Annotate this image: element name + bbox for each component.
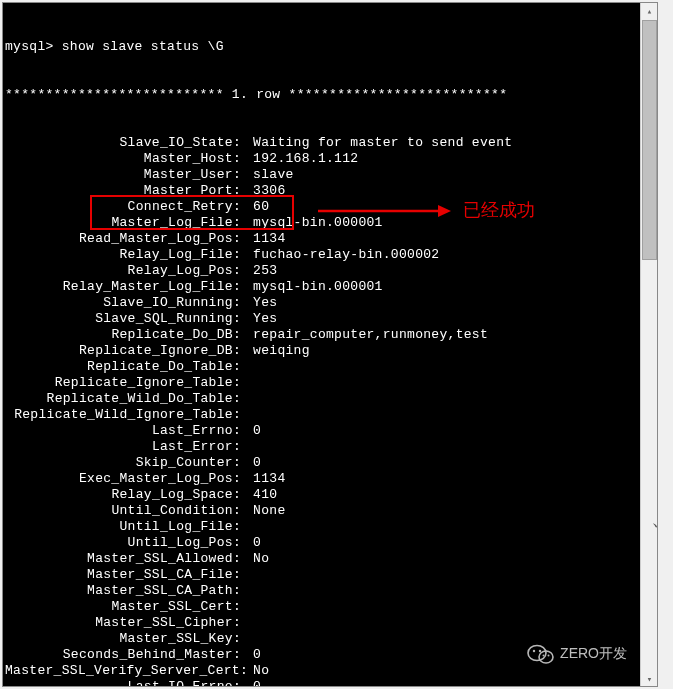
- row-divider: *************************** 1. row *****…: [5, 87, 655, 103]
- field-label: Master_User:: [5, 167, 243, 183]
- field-row: Last_Error:: [5, 439, 655, 455]
- field-label: Replicate_Wild_Ignore_Table:: [5, 407, 243, 423]
- field-row: Master_Log_File: mysql-bin.000001: [5, 215, 655, 231]
- field-label: Master_Host:: [5, 151, 243, 167]
- svg-point-2: [528, 646, 546, 661]
- field-value: mysql-bin.000001: [243, 279, 383, 295]
- field-row: Master_Host: 192.168.1.112: [5, 151, 655, 167]
- field-row: Skip_Counter: 0: [5, 455, 655, 471]
- field-value: None: [243, 503, 286, 519]
- vertical-scrollbar[interactable]: ▴ ▾: [640, 3, 657, 687]
- scrollbar-thumb[interactable]: [642, 20, 657, 260]
- field-label: Skip_Counter:: [5, 455, 243, 471]
- field-value: [243, 407, 253, 423]
- field-label: Replicate_Wild_Do_Table:: [5, 391, 243, 407]
- wechat-icon: [527, 642, 555, 666]
- field-row: Until_Log_File:: [5, 519, 655, 535]
- field-row: Slave_SQL_Running: Yes: [5, 311, 655, 327]
- field-row: Until_Condition: None: [5, 503, 655, 519]
- scrollbar-down-button[interactable]: ▾: [641, 671, 658, 687]
- svg-point-6: [543, 655, 545, 657]
- field-row: Last_IO_Errno: 0: [5, 679, 655, 687]
- field-label: Master_Port:: [5, 183, 243, 199]
- field-label: Relay_Log_File:: [5, 247, 243, 263]
- field-label: Replicate_Ignore_DB:: [5, 343, 243, 359]
- field-row: Relay_Master_Log_File: mysql-bin.000001: [5, 279, 655, 295]
- field-label: Replicate_Ignore_Table:: [5, 375, 243, 391]
- field-row: Exec_Master_Log_Pos: 1134: [5, 471, 655, 487]
- field-value: [243, 519, 253, 535]
- field-value: [243, 359, 253, 375]
- field-label: Seconds_Behind_Master:: [5, 647, 243, 663]
- field-label: Slave_IO_Running:: [5, 295, 243, 311]
- field-label: Master_SSL_Allowed:: [5, 551, 243, 567]
- field-row: Master_SSL_Cert:: [5, 599, 655, 615]
- watermark-text: ZERO开发: [560, 645, 627, 663]
- field-value: 0: [243, 455, 261, 471]
- field-value: No: [243, 663, 269, 679]
- field-label: Read_Master_Log_Pos:: [5, 231, 243, 247]
- field-value: fuchao-relay-bin.000002: [243, 247, 439, 263]
- field-value: Yes: [243, 295, 277, 311]
- field-label: Relay_Master_Log_File:: [5, 279, 243, 295]
- field-label: Replicate_Do_DB:: [5, 327, 243, 343]
- field-value: weiqing: [243, 343, 310, 359]
- field-label: Slave_IO_State:: [5, 135, 243, 151]
- field-label: Slave_SQL_Running:: [5, 311, 243, 327]
- field-label: Replicate_Do_Table:: [5, 359, 243, 375]
- field-label: Last_Error:: [5, 439, 243, 455]
- watermark: ZERO开发: [527, 642, 627, 666]
- field-label: Master_SSL_Verify_Server_Cert:: [5, 663, 243, 679]
- field-row: Until_Log_Pos: 0: [5, 535, 655, 551]
- field-value: repair_computer,runmoney,test: [243, 327, 488, 343]
- field-label: Connect_Retry:: [5, 199, 243, 215]
- field-value: mysql-bin.000001: [243, 215, 383, 231]
- field-value: [243, 439, 253, 455]
- field-value: 3306: [243, 183, 286, 199]
- field-row: Relay_Log_Space: 410: [5, 487, 655, 503]
- field-value: [243, 583, 253, 599]
- svg-point-5: [539, 650, 541, 652]
- field-value: No: [243, 551, 269, 567]
- field-value: Waiting for master to send event: [243, 135, 512, 151]
- field-row: Relay_Log_Pos: 253: [5, 263, 655, 279]
- field-value: 0: [243, 647, 261, 663]
- field-label: Relay_Log_Space:: [5, 487, 243, 503]
- field-value: Yes: [243, 311, 277, 327]
- field-label: Master_SSL_Cert:: [5, 599, 243, 615]
- field-row: Last_Errno: 0: [5, 423, 655, 439]
- side-character: 、: [651, 505, 671, 532]
- field-value: 192.168.1.112: [243, 151, 358, 167]
- field-value: [243, 615, 253, 631]
- field-value: [243, 567, 253, 583]
- field-label: Master_SSL_CA_File:: [5, 567, 243, 583]
- field-label: Until_Condition:: [5, 503, 243, 519]
- command-line: mysql> show slave status \G: [5, 39, 655, 55]
- field-value: 0: [243, 679, 261, 687]
- field-value: [243, 391, 253, 407]
- field-row: Replicate_Wild_Do_Table:: [5, 391, 655, 407]
- field-value: [243, 599, 253, 615]
- field-label: Master_SSL_CA_Path:: [5, 583, 243, 599]
- field-value: 253: [243, 263, 277, 279]
- field-value: 1134: [243, 471, 286, 487]
- field-value: slave: [243, 167, 294, 183]
- field-row: Master_SSL_CA_Path:: [5, 583, 655, 599]
- field-label: Last_Errno:: [5, 423, 243, 439]
- field-label: Until_Log_Pos:: [5, 535, 243, 551]
- field-row: Replicate_Ignore_DB: weiqing: [5, 343, 655, 359]
- field-row: Master_User: slave: [5, 167, 655, 183]
- field-row: Replicate_Do_DB: repair_computer,runmone…: [5, 327, 655, 343]
- field-value: [243, 631, 253, 647]
- scrollbar-up-button[interactable]: ▴: [641, 3, 658, 20]
- field-value: 60: [243, 199, 269, 215]
- field-value: 410: [243, 487, 277, 503]
- field-row: Slave_IO_State: Waiting for master to se…: [5, 135, 655, 151]
- field-row: Master_Port: 3306: [5, 183, 655, 199]
- field-row: Replicate_Do_Table:: [5, 359, 655, 375]
- field-row: Master_SSL_Cipher:: [5, 615, 655, 631]
- field-label: Until_Log_File:: [5, 519, 243, 535]
- field-value: 1134: [243, 231, 286, 247]
- field-label: Exec_Master_Log_Pos:: [5, 471, 243, 487]
- terminal-window: mysql> show slave status \G ************…: [2, 2, 658, 687]
